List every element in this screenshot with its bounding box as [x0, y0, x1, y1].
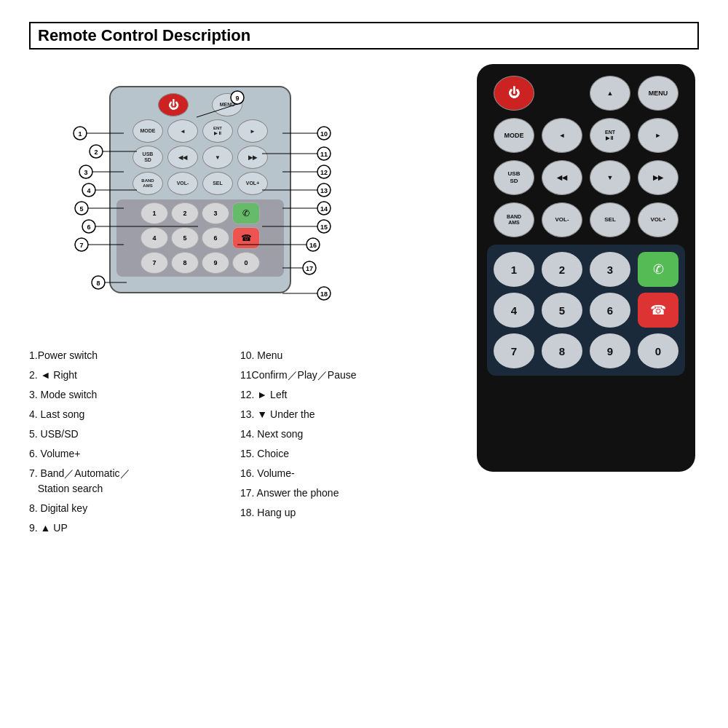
svg-point-18 — [75, 238, 88, 251]
desc-col-right: 10. Menu 11Confirm／Play／Pause 12. ► Left… — [240, 348, 451, 536]
diagram-right-btn: ► — [237, 119, 268, 143]
rr-num5: 5 — [542, 293, 582, 328]
svg-point-39 — [317, 202, 331, 215]
diagram-answer-btn: ✆ — [232, 202, 260, 224]
svg-text:10: 10 — [320, 130, 328, 138]
svg-text:2: 2 — [94, 149, 98, 156]
rr-right-btn: ► — [638, 118, 678, 153]
svg-text:18: 18 — [320, 290, 328, 298]
rr-band-btn: BANDAMS — [494, 202, 534, 237]
svg-point-51 — [317, 287, 331, 300]
desc-5: 5. USB/SD — [29, 427, 240, 442]
rr-num4: 4 — [494, 293, 534, 328]
remote-real: ⏻ ▲ MENU MODE ◄ ENT▶⏸ ► USBSD ◀◀ ▼ — [477, 64, 695, 472]
rr-volm-btn: VOL- — [542, 202, 582, 237]
svg-text:13: 13 — [320, 187, 328, 194]
rr-mode-btn: MODE — [494, 118, 534, 153]
svg-text:16: 16 — [309, 242, 317, 249]
svg-point-42 — [317, 220, 331, 233]
desc-8: 8. Digital key — [29, 501, 240, 516]
rr-num1: 1 — [494, 252, 534, 287]
svg-text:8: 8 — [96, 280, 100, 287]
desc-9: 9. ▲ UP — [29, 521, 240, 536]
rr-num8: 8 — [542, 333, 582, 368]
desc-11: 11Confirm／Play／Pause — [240, 368, 451, 383]
rr-left-btn: ◄ — [542, 118, 582, 153]
svg-text:3: 3 — [84, 169, 87, 176]
rr-num0: 0 — [638, 333, 678, 368]
rr-prev-btn: ◀◀ — [542, 160, 582, 195]
right-section: ⏻ ▲ MENU MODE ◄ ENT▶⏸ ► USBSD ◀◀ ▼ — [466, 64, 699, 536]
svg-point-15 — [82, 220, 95, 233]
diagram-volm-btn: VOL- — [167, 172, 198, 195]
desc-6: 6. Volume+ — [29, 446, 240, 462]
diagram-mode-btn: MODE — [132, 119, 163, 143]
diagram-volp-btn: VOL+ — [237, 172, 268, 195]
diagram-num3: 3 — [202, 202, 229, 224]
desc-4: 4. Last song — [29, 407, 240, 422]
rr-menu-btn: MENU — [638, 76, 678, 111]
diagram-num5: 5 — [171, 227, 199, 249]
page: Remote Control Description ⏻ MENU MODE — [0, 0, 728, 728]
diagram-down-btn: ▼ — [202, 146, 233, 169]
svg-text:6: 6 — [87, 223, 90, 231]
svg-text:12: 12 — [320, 169, 328, 176]
diagram-hangup-btn: ☎ — [232, 227, 260, 249]
svg-point-36 — [317, 183, 331, 197]
svg-text:17: 17 — [306, 265, 313, 272]
rr-power-btn: ⏻ — [494, 76, 534, 111]
page-title: Remote Control Description — [29, 22, 699, 50]
rr-num2: 2 — [542, 252, 582, 287]
svg-text:15: 15 — [320, 223, 328, 231]
diagram-ent-btn: ENT▶⏸ — [202, 119, 233, 143]
rr-sel-btn: SEL — [590, 202, 630, 237]
desc-12: 12. ► Left — [240, 387, 451, 403]
diagram-prev-btn: ◀◀ — [167, 146, 198, 169]
diagram-next-btn: ▶▶ — [237, 146, 268, 169]
desc-13: 13. ▼ Under the — [240, 407, 451, 422]
svg-point-12 — [75, 202, 88, 215]
svg-point-21 — [92, 276, 105, 289]
diagram-num0: 0 — [232, 252, 260, 274]
desc-10: 10. Menu — [240, 348, 451, 363]
desc-1: 1.Power switch — [29, 348, 240, 363]
svg-text:1: 1 — [78, 130, 82, 138]
svg-point-3 — [90, 145, 103, 158]
rr-num9: 9 — [590, 333, 630, 368]
rr-hangup-btn: ☎ — [638, 293, 678, 328]
rr-numeric-section: 1 2 3 ✆ 4 5 6 ☎ 7 8 9 0 — [487, 245, 685, 376]
desc-3: 3. Mode switch — [29, 387, 240, 403]
rr-num3: 3 — [590, 252, 630, 287]
diagram-num1: 1 — [141, 202, 168, 224]
svg-point-30 — [317, 147, 331, 160]
svg-text:11: 11 — [320, 151, 328, 158]
svg-point-0 — [74, 127, 87, 140]
descriptions: 1.Power switch 2. ◄ Right 3. Mode switch… — [29, 348, 451, 536]
desc-14: 14. Next song — [240, 427, 451, 442]
desc-7: 7. Band／Automatic／ Station search — [29, 466, 240, 496]
svg-point-48 — [303, 261, 316, 274]
diagram-num6: 6 — [202, 227, 229, 249]
svg-text:7: 7 — [79, 242, 83, 249]
rr-next-btn: ▶▶ — [638, 160, 678, 195]
desc-col-left: 1.Power switch 2. ◄ Right 3. Mode switch… — [29, 348, 240, 536]
diagram-usb-btn: USBSD — [132, 146, 163, 169]
rr-num6: 6 — [590, 293, 630, 328]
svg-text:4: 4 — [87, 187, 90, 194]
rr-num7: 7 — [494, 333, 534, 368]
diagram-band-btn: BANDAMS — [132, 172, 163, 195]
desc-2: 2. ◄ Right — [29, 368, 240, 383]
diagram-num9: 9 — [202, 252, 229, 274]
main-content: ⏻ MENU MODE ◄ ENT▶⏸ ► USBSD ◀◀ — [29, 64, 699, 536]
rr-usb-btn: USBSD — [494, 160, 534, 195]
left-section: ⏻ MENU MODE ◄ ENT▶⏸ ► USBSD ◀◀ — [29, 64, 451, 536]
diagram-num4: 4 — [141, 227, 168, 249]
svg-text:14: 14 — [320, 205, 328, 213]
svg-point-45 — [306, 238, 320, 251]
rr-answer-btn: ✆ — [638, 252, 678, 287]
remote-diagram: ⏻ MENU MODE ◄ ENT▶⏸ ► USBSD ◀◀ — [109, 86, 291, 293]
diagram-left-btn: ◄ — [167, 119, 198, 143]
rr-up-btn: ▲ — [590, 76, 630, 111]
diagram-menu-btn: MENU — [212, 93, 242, 116]
diagram-power-btn: ⏻ — [158, 93, 189, 116]
